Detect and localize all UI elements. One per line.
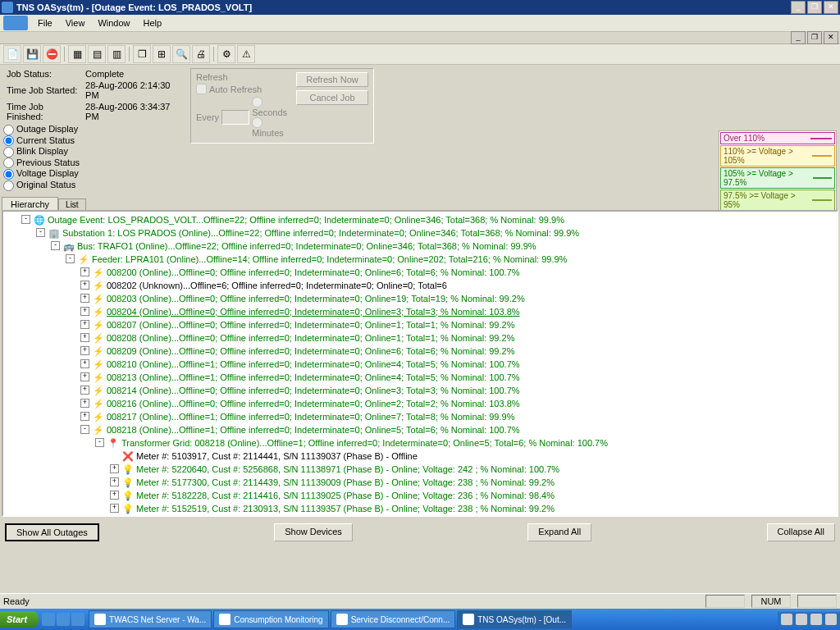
menu-help[interactable]: Help — [137, 16, 169, 30]
hierarchy-tree[interactable]: -🌐Outage Event: LOS_PRADOS_VOLT...Offlin… — [2, 210, 838, 517]
refresh-now-button[interactable]: Refresh Now — [296, 72, 368, 87]
node-label: 008214 (Online)...Offline=0; Offline inf… — [107, 384, 520, 397]
bolt-icon: ⚡ — [93, 358, 104, 370]
warning-icon[interactable]: ⚠ — [237, 45, 255, 63]
tree-node[interactable]: +⚡008207 (Online)...Offline=0; Offline i… — [5, 318, 835, 331]
menu-file[interactable]: File — [31, 16, 59, 30]
tree-node[interactable]: -⚡008218 (Online)...Offline=1; Offline i… — [5, 423, 835, 436]
blink-display-radio[interactable]: ​Blink Display — [3, 146, 94, 158]
expand-icon[interactable]: + — [110, 464, 119, 473]
tab-hierarchy[interactable]: Hierarchy — [2, 197, 58, 211]
feed-icon: ⚡ — [78, 253, 89, 265]
bolt-icon: ⚡ — [93, 280, 104, 291]
expand-icon[interactable]: + — [80, 320, 89, 329]
expand-icon[interactable]: + — [80, 333, 89, 342]
show-devices-button[interactable]: Show Devices — [274, 523, 353, 541]
expand-icon[interactable]: + — [80, 267, 89, 276]
tree-node[interactable]: +⚡008202 (Unknown)...Offline=6; Offline … — [5, 279, 835, 292]
expand-icon[interactable]: + — [80, 346, 89, 355]
expand-icon[interactable]: + — [80, 372, 89, 381]
tab-list[interactable]: List — [58, 199, 86, 210]
expand-icon[interactable]: + — [110, 477, 119, 486]
current-status-radio[interactable]: ​Current Status — [3, 135, 94, 147]
menu-view[interactable]: View — [59, 16, 92, 30]
tree-node[interactable]: -📍Transformer Grid: 008218 (Online)...Of… — [5, 436, 835, 450]
expand-icon[interactable]: - — [66, 254, 75, 263]
tree-node[interactable]: -🏢Substation 1: LOS PRADOS (Online)...Of… — [5, 226, 835, 240]
tree-node[interactable]: ❌Meter #: 5103917, Cust #: 2114441, S/N … — [5, 450, 835, 463]
grid2-icon[interactable]: ▤ — [88, 45, 106, 63]
new-icon[interactable]: 📄 — [3, 45, 21, 63]
tree-node[interactable]: +💡Meter #: 5152519, Cust #: 2130913, S/N… — [5, 502, 835, 515]
node-label: Meter #: 5152519, Cust #: 2130913, S/N 1… — [136, 502, 555, 515]
tree-node[interactable]: +⚡008208 (Online)...Offline=0; Offline i… — [5, 331, 835, 345]
outage-display-radio[interactable]: ​Outage Display — [3, 124, 94, 135]
expand-icon[interactable]: - — [36, 228, 45, 237]
show-all-outages-button[interactable]: Show All Outages — [5, 523, 99, 541]
tree-node[interactable]: +⚡008200 (Online)...Offline=0; Offline i… — [5, 266, 835, 279]
mdi-minimize-button[interactable]: _ — [791, 31, 806, 44]
bolt-icon: ⚡ — [93, 385, 104, 396]
tree-node[interactable]: +⚡008214 (Online)...Offline=0; Offline i… — [5, 384, 835, 397]
mdi-controls: _ ❐ ✕ — [0, 32, 840, 44]
tree-node[interactable]: +⚡008203 (Online)...Offline=0; Offline i… — [5, 292, 835, 305]
tree-node[interactable]: +💡Meter #: 5220640, Cust #: 5256868, S/N… — [5, 463, 835, 476]
find-icon[interactable]: 🔍 — [172, 45, 190, 63]
window-title: TNS OASys(tm) - [Outage Event: LOS_PRADO… — [16, 2, 791, 12]
cascade-icon[interactable]: ❐ — [133, 45, 151, 63]
meter-icon: 💡 — [122, 503, 134, 514]
expand-icon[interactable]: - — [80, 425, 89, 434]
minutes-radio — [252, 117, 262, 128]
grid3-icon[interactable]: ▥ — [107, 45, 126, 63]
node-label: 008210 (Online)...Offline=1; Offline inf… — [107, 358, 520, 371]
cancel-job-button[interactable]: Cancel Job — [296, 90, 368, 105]
close-button[interactable]: ✕ — [824, 1, 838, 14]
tree-node[interactable]: +💡Meter #: 5177300, Cust #: 2114439, S/N… — [5, 476, 835, 489]
expand-icon[interactable]: + — [80, 281, 89, 290]
bolt-icon: ⚡ — [93, 293, 104, 304]
expand-icon[interactable]: - — [95, 438, 104, 447]
menu-window[interactable]: Window — [91, 16, 136, 30]
node-label: 008207 (Online)...Offline=0; Offline inf… — [107, 318, 514, 331]
save-icon[interactable]: 💾 — [23, 45, 41, 63]
tree-node[interactable]: -🌐Outage Event: LOS_PRADOS_VOLT...Offlin… — [5, 213, 835, 226]
expand-icon[interactable]: - — [51, 241, 60, 250]
mdi-close-button[interactable]: ✕ — [824, 31, 838, 44]
previous-status-radio[interactable]: ​Previous Status — [3, 158, 94, 169]
bolt-icon: ⚡ — [93, 319, 104, 331]
voltage-display-radio[interactable]: ​Voltage Display — [3, 168, 94, 180]
expand-icon[interactable]: + — [80, 412, 89, 421]
tree-node[interactable]: +⚡008216 (Online)...Offline=0; Offline i… — [5, 397, 835, 410]
tree-node[interactable]: +⚡008217 (Online)...Offline=1; Offline i… — [5, 410, 835, 423]
expand-icon[interactable]: + — [80, 307, 89, 316]
tile-icon[interactable]: ⊞ — [153, 45, 171, 63]
expand-icon[interactable]: - — [21, 215, 30, 224]
minimize-button[interactable]: _ — [791, 1, 806, 14]
collapse-all-button[interactable]: Collapse All — [767, 523, 835, 541]
node-label: Meter #: 5103917, Cust #: 2114441, S/N 1… — [136, 450, 418, 463]
tree-node[interactable]: +⚡008209 (Online)...Offline=0; Offline i… — [5, 345, 835, 358]
maximize-button[interactable]: ❐ — [807, 1, 822, 14]
expand-icon[interactable]: + — [80, 386, 89, 395]
tree-node[interactable]: +💡Meter #: 5182228, Cust #: 2114416, S/N… — [5, 489, 835, 502]
stop-icon[interactable]: ⛔ — [43, 45, 61, 63]
mdi-restore-button[interactable]: ❐ — [807, 31, 822, 44]
tree-node[interactable]: -⚡Feeder: LPRA101 (Online)...Offline=14;… — [5, 253, 835, 266]
expand-icon[interactable]: + — [80, 399, 89, 408]
expand-icon[interactable]: + — [80, 359, 89, 368]
node-label: Outage Event: LOS_PRADOS_VOLT...Offline=… — [48, 213, 564, 226]
tree-node[interactable]: +⚡008213 (Online)...Offline=1; Offline i… — [5, 371, 835, 384]
expand-all-button[interactable]: Expand All — [527, 523, 591, 541]
every-input — [221, 110, 249, 125]
expand-icon[interactable]: + — [110, 504, 119, 513]
expand-icon[interactable]: + — [80, 294, 89, 303]
node-label: Substation 1: LOS PRADOS (Online)...Offl… — [62, 226, 579, 240]
print-icon[interactable]: 🖨 — [192, 45, 210, 63]
grid1-icon[interactable]: ▦ — [68, 45, 86, 63]
gear-icon[interactable]: ⚙ — [217, 45, 235, 63]
expand-icon[interactable]: + — [110, 491, 119, 500]
tree-node[interactable]: +⚡008204 (Online)...Offline=0; Offline i… — [5, 305, 835, 318]
tree-node[interactable]: +⚡008210 (Online)...Offline=1; Offline i… — [5, 358, 835, 371]
tree-node[interactable]: -🚌Bus: TRAFO1 (Online)...Offline=22; Off… — [5, 240, 835, 253]
original-status-radio[interactable]: ​Original Status — [3, 180, 94, 191]
